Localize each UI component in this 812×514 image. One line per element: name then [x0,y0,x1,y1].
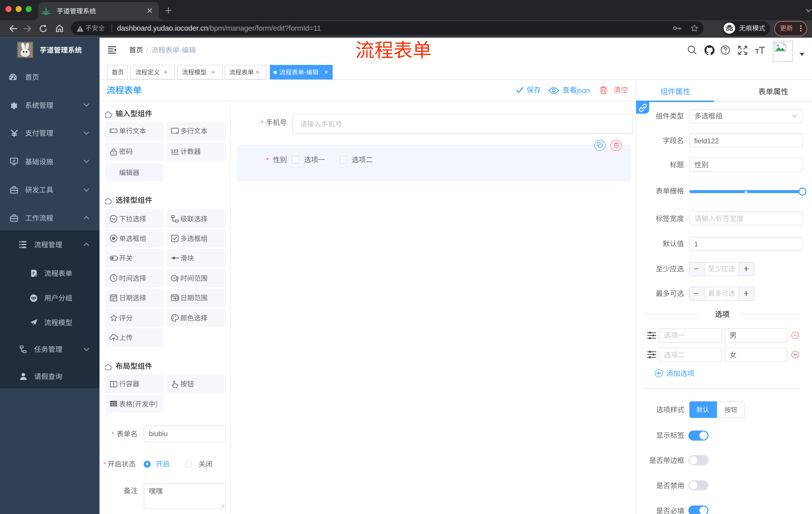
svg-text:123: 123 [171,148,178,154]
